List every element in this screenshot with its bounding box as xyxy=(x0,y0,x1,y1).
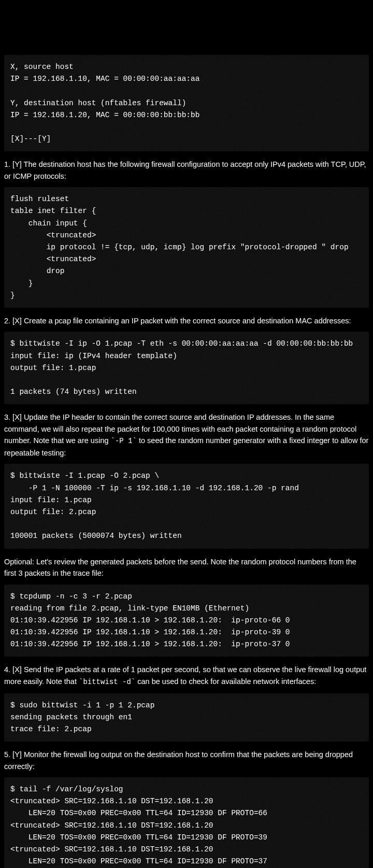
paragraph-step-5: 5. [Y] Monitor the firewall log output o… xyxy=(4,749,369,772)
top-spacer xyxy=(4,4,369,51)
paragraph-step-2: 2. [X] Create a pcap file containing an … xyxy=(4,315,369,326)
inline-code-seed: `-P 1` xyxy=(111,437,137,445)
code-block-syslog: $ tail -f /var/log/syslog <truncated> SR… xyxy=(4,777,369,868)
code-block-topology: X, source host IP = 192.168.1.10, MAC = … xyxy=(4,55,369,151)
code-block-bittwiste-eth: $ bittwiste -I ip -O 1.pcap -T eth -s 00… xyxy=(4,332,369,404)
code-block-tcpdump: $ tcpdump -n -c 3 -r 2.pcap reading from… xyxy=(4,585,369,657)
code-block-nftables: flush ruleset table inet filter { chain … xyxy=(4,187,369,308)
inline-code-bittwist-d: `bittwist -d` xyxy=(79,678,135,686)
code-block-bittwiste-ip: $ bittwiste -I 1.pcap -O 2.pcap \ -P 1 -… xyxy=(4,464,369,548)
code-block-bittwist-send: $ sudo bittwist -i 1 -p 1 2.pcap sending… xyxy=(4,693,369,742)
paragraph-step-1: 1. [Y] The destination host has the foll… xyxy=(4,159,369,182)
text-segment: can be used to check for available netwo… xyxy=(135,677,316,686)
paragraph-step-4: 4. [X] Send the IP packets at a rate of … xyxy=(4,664,369,688)
document-content: X, source host IP = 192.168.1.10, MAC = … xyxy=(0,0,373,868)
paragraph-optional: Optional: Let's review the generated pac… xyxy=(4,556,369,579)
paragraph-step-3: 3. [X] Update the IP header to contain t… xyxy=(4,411,369,459)
